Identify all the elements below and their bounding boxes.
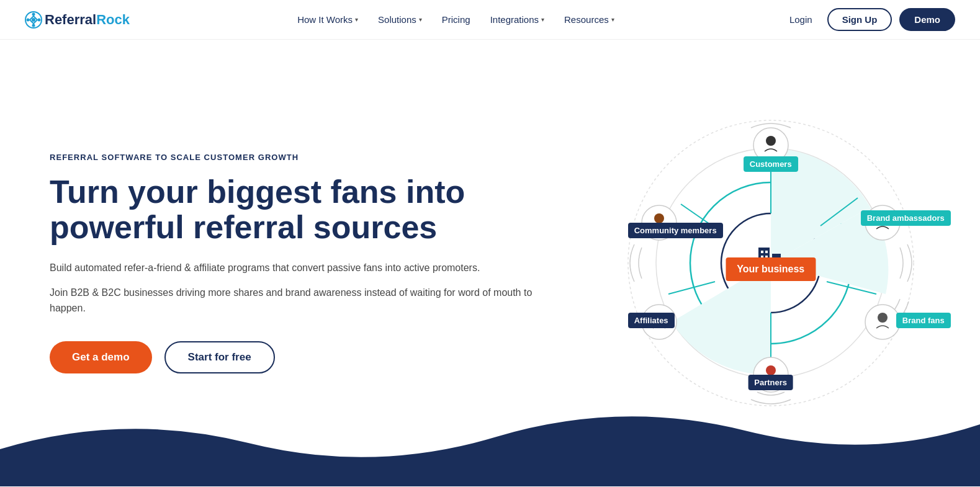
nav-links: How It Works ▾ Solutions ▾ Pricing Integ… <box>290 9 622 30</box>
svg-point-22 <box>766 136 776 146</box>
node-affiliates: Affiliates <box>628 313 675 328</box>
nav-integrations[interactable]: Integrations ▾ <box>483 9 552 30</box>
svg-point-2 <box>32 12 35 16</box>
hero-eyebrow: REFERRAL SOFTWARE TO SCALE CUSTOMER GROW… <box>50 153 536 162</box>
svg-point-25 <box>766 365 776 375</box>
logo[interactable]: ReferralRock <box>25 11 130 29</box>
logo-icon <box>25 11 42 29</box>
wave-bottom <box>0 400 980 486</box>
node-brand-ambassadors: Brand ambassadors <box>861 210 951 226</box>
svg-point-27 <box>654 213 664 223</box>
svg-line-14 <box>668 282 715 294</box>
svg-point-24 <box>878 313 888 323</box>
logo-referral-text: Referral <box>45 12 96 27</box>
chevron-down-icon: ▾ <box>611 16 614 23</box>
node-community: Community members <box>628 223 723 238</box>
node-customers: Customers <box>744 156 798 172</box>
hero-desc-2: Join B2B & B2C businesses driving more s… <box>50 285 536 316</box>
login-button[interactable]: Login <box>782 9 820 30</box>
svg-point-1 <box>32 18 35 22</box>
hero-ctas: Get a demo Start for free <box>50 341 536 373</box>
hero-desc-1: Build automated refer-a-friend & affilia… <box>50 260 536 276</box>
hero-section: REFERRAL SOFTWARE TO SCALE CUSTOMER GROW… <box>0 40 980 486</box>
nav-pricing[interactable]: Pricing <box>434 9 478 30</box>
svg-point-4 <box>32 24 35 27</box>
hero-title: Turn your biggest fans into powerful ref… <box>50 174 536 245</box>
chevron-down-icon: ▾ <box>355 16 358 23</box>
demo-button[interactable]: Demo <box>899 8 955 31</box>
svg-rect-30 <box>761 251 763 253</box>
node-brand-fans: Brand fans <box>896 313 951 328</box>
svg-point-5 <box>27 18 30 21</box>
node-partners: Partners <box>748 375 793 390</box>
chevron-down-icon: ▾ <box>541 16 544 23</box>
nav-actions: Login Sign Up Demo <box>782 8 955 31</box>
signup-button[interactable]: Sign Up <box>827 8 892 31</box>
nav-solutions[interactable]: Solutions ▾ <box>371 9 429 30</box>
hero-content: REFERRAL SOFTWARE TO SCALE CUSTOMER GROW… <box>50 153 561 373</box>
get-demo-button[interactable]: Get a demo <box>50 341 152 373</box>
diagram-container: Customers Community members Brand ambass… <box>609 102 932 424</box>
chevron-down-icon: ▾ <box>419 16 422 23</box>
node-your-business: Your business <box>726 257 816 281</box>
navbar: ReferralRock How It Works ▾ Solutions ▾ … <box>0 0 980 40</box>
svg-rect-31 <box>765 251 768 253</box>
logo-rock-text: Rock <box>96 12 130 27</box>
start-free-button[interactable]: Start for free <box>164 341 275 373</box>
nav-how-it-works[interactable]: How It Works ▾ <box>290 9 366 30</box>
svg-point-3 <box>38 18 41 21</box>
nav-resources[interactable]: Resources ▾ <box>557 9 622 30</box>
